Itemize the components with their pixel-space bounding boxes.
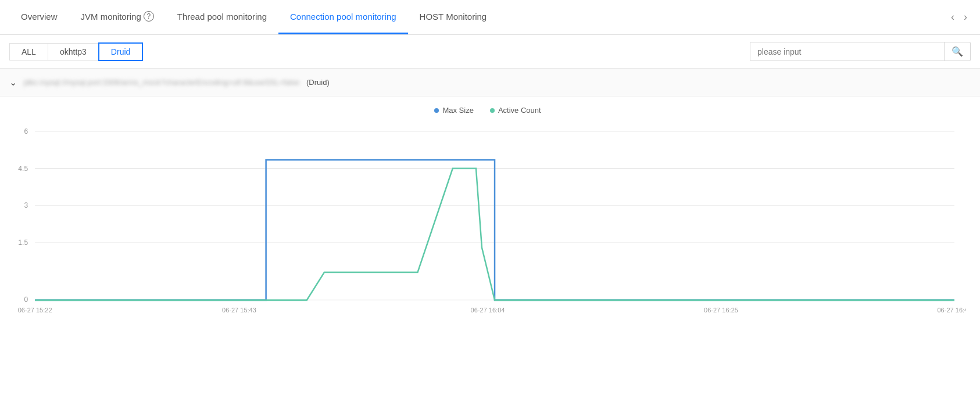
subtab-okhttp3[interactable]: okhttp3 [48, 43, 99, 60]
line-chart: 6 4.5 3 1.5 0 06-27 15:22 06-27 15:43 06… [9, 124, 966, 322]
datasource-type-label: (Druid) [306, 78, 330, 87]
x-label-1543: 06-27 15:43 [222, 307, 256, 314]
legend-label-active-count: Active Count [498, 106, 541, 115]
tab-connection-pool[interactable]: Connection pool monitoring [278, 0, 408, 34]
datasource-url: jdbc:mysql://mysql.port:3306/arms_mock?c… [24, 78, 299, 87]
y-label-4-5: 4.5 [18, 164, 28, 172]
tab-jvm[interactable]: JVM monitoring ? [69, 0, 166, 34]
tab-host-monitoring[interactable]: HOST Monitoring [408, 0, 499, 34]
legend-dot-max-size [434, 108, 439, 113]
subtab-all[interactable]: ALL [9, 43, 48, 60]
search-button[interactable]: 🔍 [944, 42, 970, 60]
line-max-size [35, 160, 954, 300]
legend-active-count: Active Count [490, 106, 541, 115]
nav-prev-arrow[interactable]: ‹ [947, 9, 958, 26]
expand-chevron-icon[interactable]: ⌄ [9, 77, 17, 88]
sub-tabs-row: ALL okhttp3 Druid 🔍 [0, 35, 980, 69]
y-label-6: 6 [24, 127, 28, 136]
x-label-1522: 06-27 15:22 [18, 307, 52, 314]
tab-thread-pool[interactable]: Thread pool monitoring [166, 0, 278, 34]
y-label-0: 0 [24, 296, 28, 304]
legend-label-max-size: Max Size [442, 106, 473, 115]
x-label-1604: 06-27 16:04 [471, 307, 505, 314]
search-icon: 🔍 [952, 47, 963, 56]
chart-area: Max Size Active Count 6 4.5 3 1.5 0 06-2… [0, 97, 980, 331]
chart-wrapper: 6 4.5 3 1.5 0 06-27 15:22 06-27 15:43 06… [9, 124, 966, 322]
x-label-1646: 06-27 16:46 [937, 307, 966, 314]
search-input[interactable] [750, 44, 944, 60]
jvm-help-icon[interactable]: ? [144, 11, 154, 22]
legend-max-size: Max Size [434, 106, 473, 115]
tab-overview[interactable]: Overview [9, 0, 69, 34]
search-container: 🔍 [750, 42, 971, 61]
nav-next-arrow[interactable]: › [960, 9, 971, 26]
legend-dot-active-count [490, 108, 495, 113]
chart-legend: Max Size Active Count [9, 106, 966, 115]
x-label-1625: 06-27 16:25 [704, 307, 738, 314]
y-label-1-5: 1.5 [18, 239, 28, 247]
top-navigation: Overview JVM monitoring ? Thread pool mo… [0, 0, 980, 35]
y-label-3: 3 [24, 201, 28, 209]
datasource-row: ⌄ jdbc:mysql://mysql.port:3306/arms_mock… [0, 69, 980, 97]
nav-arrows: ‹ › [947, 9, 971, 26]
subtab-druid[interactable]: Druid [98, 42, 143, 61]
